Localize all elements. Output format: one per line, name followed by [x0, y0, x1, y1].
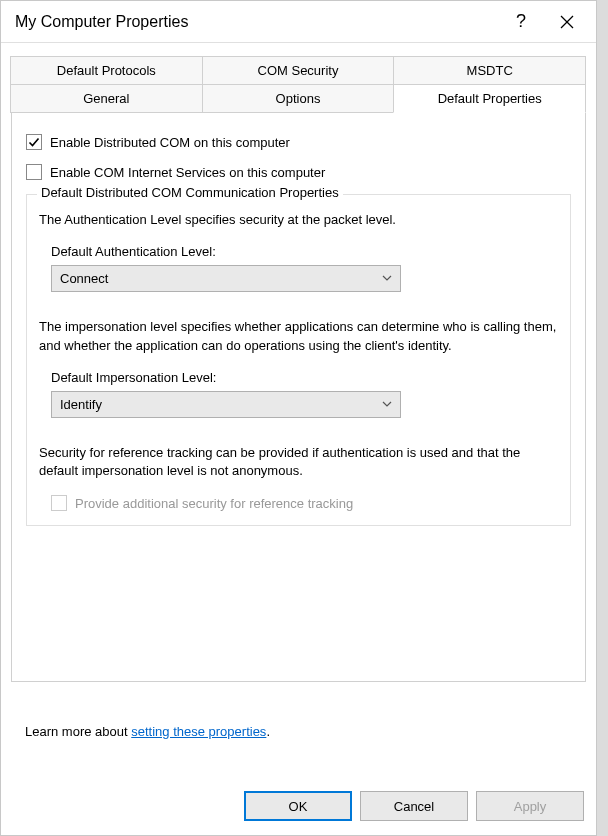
imp-level-dropdown[interactable]: Identify	[51, 391, 401, 418]
help-icon: ?	[516, 11, 526, 32]
ref-tracking-checkbox: Provide additional security for referenc…	[39, 495, 558, 511]
ref-tracking-label: Provide additional security for referenc…	[75, 496, 353, 511]
groupbox-title: Default Distributed COM Communication Pr…	[37, 185, 343, 200]
learn-more-link[interactable]: setting these properties	[131, 724, 266, 739]
tab-panel-default-properties: Enable Distributed COM on this computer …	[11, 112, 586, 682]
close-icon	[560, 15, 574, 29]
ok-button[interactable]: OK	[244, 791, 352, 821]
properties-dialog: My Computer Properties ? Default Protoco…	[0, 0, 597, 836]
chevron-down-icon	[382, 401, 392, 407]
auth-level-description: The Authentication Level specifies secur…	[39, 211, 558, 230]
tab-default-protocols[interactable]: Default Protocols	[10, 56, 203, 85]
dialog-button-bar: OK Cancel Apply	[244, 791, 584, 821]
tab-com-security[interactable]: COM Security	[202, 56, 395, 85]
help-button[interactable]: ?	[498, 2, 544, 42]
imp-level-value: Identify	[60, 397, 102, 412]
apply-button: Apply	[476, 791, 584, 821]
tab-msdtc[interactable]: MSDTC	[393, 56, 586, 85]
cancel-button[interactable]: Cancel	[360, 791, 468, 821]
checkbox-icon	[26, 164, 42, 180]
learn-more-suffix: .	[266, 724, 270, 739]
checkbox-icon	[26, 134, 42, 150]
checkbox-icon	[51, 495, 67, 511]
imp-level-label: Default Impersonation Level:	[47, 370, 550, 385]
window-title: My Computer Properties	[15, 13, 498, 31]
titlebar: My Computer Properties ?	[1, 1, 596, 43]
auth-level-dropdown[interactable]: Connect	[51, 265, 401, 292]
learn-more-prefix: Learn more about	[25, 724, 131, 739]
tab-strip: Default Protocols COM Security MSDTC Gen…	[11, 57, 586, 113]
auth-level-value: Connect	[60, 271, 108, 286]
dcom-comm-groupbox: Default Distributed COM Communication Pr…	[26, 194, 571, 526]
imp-level-block: Default Impersonation Level: Identify	[39, 370, 558, 430]
security-ref-description: Security for reference tracking can be p…	[39, 444, 558, 482]
enable-internet-checkbox[interactable]: Enable COM Internet Services on this com…	[26, 164, 571, 180]
tab-options[interactable]: Options	[202, 84, 395, 113]
tab-default-properties[interactable]: Default Properties	[393, 84, 586, 113]
auth-level-label: Default Authentication Level:	[47, 244, 550, 259]
enable-dcom-label: Enable Distributed COM on this computer	[50, 135, 290, 150]
dialog-content: Default Protocols COM Security MSDTC Gen…	[1, 43, 596, 682]
learn-more-text: Learn more about setting these propertie…	[25, 724, 270, 739]
imp-level-description: The impersonation level specifies whethe…	[39, 318, 558, 356]
enable-internet-label: Enable COM Internet Services on this com…	[50, 165, 325, 180]
auth-level-block: Default Authentication Level: Connect	[39, 244, 558, 304]
chevron-down-icon	[382, 275, 392, 281]
close-button[interactable]	[544, 2, 590, 42]
tab-general[interactable]: General	[10, 84, 203, 113]
enable-dcom-checkbox[interactable]: Enable Distributed COM on this computer	[26, 134, 571, 150]
